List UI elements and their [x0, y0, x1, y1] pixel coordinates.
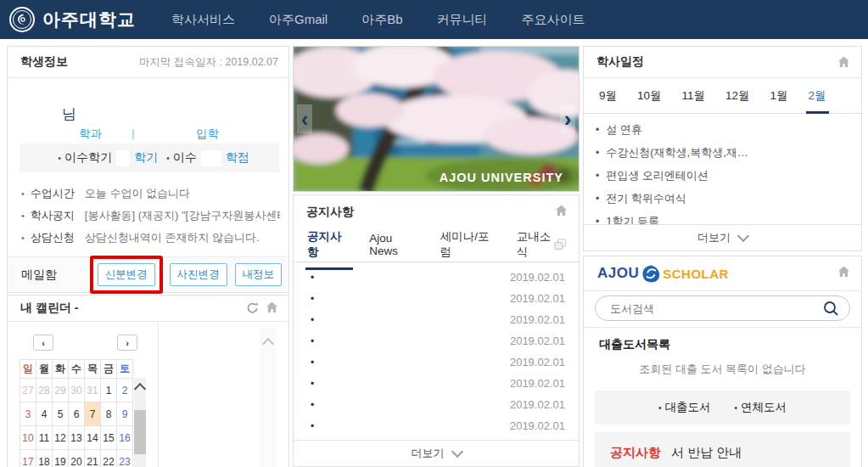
status-value[interactable]: 상담신청내역이 존재하지 않습니다. — [85, 230, 260, 245]
mail-action-button[interactable]: 신분변경 — [98, 263, 155, 286]
notice-more-button[interactable]: 더보기 — [294, 440, 579, 466]
calendar-day[interactable]: 29 — [53, 379, 69, 402]
calendar-day[interactable]: 3 — [20, 402, 36, 426]
mailbox-link[interactable]: 메일함 — [21, 267, 57, 283]
credits-unit[interactable]: 학점 — [226, 150, 249, 166]
schedule-item[interactable]: •편입생 오리엔테이션 — [584, 164, 861, 187]
notice-item[interactable]: •2019.02.01 — [294, 415, 579, 436]
library-notice-text[interactable]: 서 반납 안내 — [671, 445, 742, 461]
status-value[interactable]: 오늘 수업이 없습니다 — [85, 186, 190, 201]
calendar-day[interactable]: 1 — [101, 379, 117, 402]
search-icon[interactable] — [823, 301, 839, 317]
home-icon[interactable] — [555, 205, 568, 217]
calendar-day[interactable]: 31 — [85, 379, 101, 402]
brand[interactable]: 아주대학교 — [8, 6, 136, 33]
calendar-day[interactable]: 28 — [36, 379, 53, 402]
nav-menu-item[interactable]: 아주Bb — [361, 12, 402, 28]
scholar-panel: AJOU SCHOLAR 대출도서목록 조회된 대출 도서 목록이 — [583, 256, 862, 467]
home-icon[interactable] — [266, 301, 278, 313]
department-link[interactable]: 학과 — [79, 127, 102, 142]
calendar-day[interactable]: 6 — [69, 402, 85, 426]
nav-menu-item[interactable]: 아주Gmail — [269, 12, 328, 28]
notice-tab[interactable]: 세미나/포럼 — [440, 229, 499, 262]
calendar-day[interactable]: 10 — [20, 426, 36, 450]
calendar-day[interactable]: 7 — [85, 402, 101, 426]
calendar-day[interactable]: 5 — [53, 402, 69, 426]
notice-tab[interactable]: 공지사항 — [307, 229, 351, 262]
calendar-day[interactable]: 14 — [85, 426, 101, 450]
carousel-next-button[interactable]: › — [560, 104, 575, 133]
library-notice-label[interactable]: 공지사항 — [610, 445, 661, 461]
notice-date: 2019.02.01 — [510, 377, 565, 390]
calendar-day[interactable]: 4 — [36, 402, 53, 426]
scholar-logo[interactable]: AJOU SCHOLAR — [597, 265, 729, 283]
bullet-icon: • — [596, 147, 599, 159]
calendar-week: 272829303112 — [20, 379, 133, 402]
month-tab[interactable]: 2월 — [809, 88, 826, 104]
loan-tab[interactable]: •대출도서 — [658, 400, 711, 415]
calendar-day[interactable]: 2 — [117, 379, 133, 402]
month-tab[interactable]: 12월 — [725, 88, 750, 104]
refresh-icon[interactable] — [246, 301, 259, 314]
bullet-icon: • — [21, 233, 25, 243]
notice-item[interactable]: •2019.02.01 — [294, 373, 579, 394]
nav-menu-item[interactable]: 커뮤니티 — [437, 12, 488, 28]
home-icon[interactable] — [837, 266, 850, 278]
calendar-day[interactable]: 19 — [53, 450, 69, 467]
calendar-prev-button[interactable]: ‹ — [33, 335, 53, 351]
calendar-day[interactable]: 27 — [20, 379, 36, 402]
calendar-day[interactable]: 22 — [101, 450, 117, 467]
mail-action-button[interactable]: 내정보 — [235, 263, 283, 286]
student-status-row: •상담신청상담신청내역이 존재하지 않습니다. — [21, 227, 280, 249]
scroll-up-icon[interactable] — [261, 338, 273, 350]
notice-item[interactable]: •2019.02.01 — [294, 309, 579, 330]
calendar-day[interactable]: 20 — [69, 450, 85, 467]
loan-tab[interactable]: •연체도서 — [735, 400, 787, 415]
calendar-day[interactable]: 11 — [36, 426, 53, 450]
schedule-item[interactable]: •수강신청(재학생,복학생,재… — [584, 141, 861, 164]
calendar-day[interactable]: 12 — [53, 426, 69, 450]
notice-item[interactable]: •2019.02.01 — [294, 288, 579, 309]
notice-item[interactable]: •2019.02.01 — [294, 394, 579, 415]
nav-menu-item[interactable]: 학사서비스 — [171, 12, 235, 28]
calendar-day[interactable]: 21 — [85, 450, 101, 467]
calendar-next-button[interactable]: › — [117, 335, 137, 351]
calendar-day-name: 화 — [53, 360, 69, 379]
calendar-day[interactable]: 15 — [101, 426, 117, 450]
calendar-day[interactable]: 8 — [101, 402, 117, 426]
status-value[interactable]: [봉사활동] (재공지) "[강남구자원봉사센터]… — [85, 208, 280, 223]
carousel-prev-button[interactable]: ‹ — [297, 104, 312, 133]
book-search-input[interactable] — [608, 301, 823, 316]
schedule-item[interactable]: •전기 학위수여식 — [584, 187, 861, 210]
notice-panel-header: 공지사항 — [294, 195, 579, 228]
month-tab[interactable]: 11월 — [682, 88, 706, 104]
month-tab[interactable]: 9월 — [599, 88, 617, 104]
notice-item[interactable]: •2019.02.01 — [294, 352, 579, 373]
photo-carousel: AJOU UNIVERSITY ‹ › — [293, 46, 580, 192]
mail-action-button[interactable]: 사진변경 — [170, 263, 227, 286]
brand-title[interactable]: 아주대학교 — [42, 8, 136, 31]
notice-item[interactable]: •2019.02.01 — [294, 267, 579, 288]
scroll-up-icon[interactable] — [134, 383, 146, 395]
month-tab[interactable]: 1월 — [770, 88, 788, 104]
scrollbar-thumb[interactable] — [134, 410, 146, 454]
calendar-day[interactable]: 30 — [69, 379, 85, 402]
calendar-scrollbar[interactable] — [134, 378, 146, 467]
home-icon[interactable] — [837, 56, 850, 68]
calendar-day[interactable]: 9 — [117, 402, 133, 426]
month-tab[interactable]: 10월 — [637, 88, 662, 104]
agenda-scrollbar[interactable] — [260, 328, 276, 467]
semesters-unit[interactable]: 학기 — [134, 150, 158, 166]
notice-item[interactable]: •2019.02.01 — [294, 330, 579, 352]
calendar-day[interactable]: 17 — [20, 450, 36, 467]
open-window-icon[interactable] — [554, 239, 567, 250]
schedule-item[interactable]: •설 연휴 — [584, 118, 861, 141]
schedule-more-button[interactable]: 더보기 — [584, 224, 861, 250]
admission-link[interactable]: 입학 — [196, 127, 219, 142]
nav-menu-item[interactable]: 주요사이트 — [522, 12, 585, 28]
calendar-day[interactable]: 13 — [69, 426, 85, 450]
notice-tab[interactable]: Ajou News — [369, 232, 422, 259]
calendar-day[interactable]: 18 — [36, 450, 53, 467]
calendar-day[interactable]: 16 — [117, 426, 133, 450]
calendar-day[interactable]: 23 — [117, 450, 133, 467]
